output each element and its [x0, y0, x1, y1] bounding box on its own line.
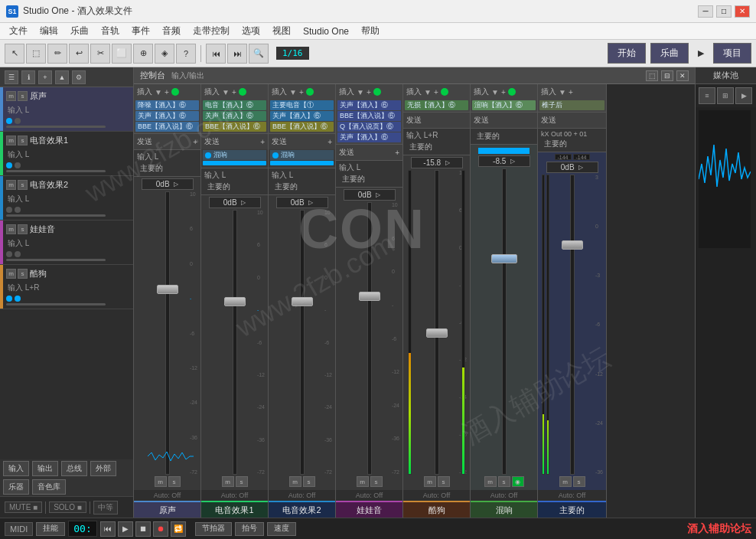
- plugin-slot[interactable]: 无损【酒入】⑥: [405, 100, 468, 110]
- fader-solo[interactable]: s: [498, 476, 510, 487]
- plugin-slot[interactable]: BBE【酒入说】⑥: [203, 122, 266, 132]
- track-fader-mini[interactable]: [6, 214, 106, 217]
- fader-solo[interactable]: s: [438, 476, 450, 487]
- draw-select-tool[interactable]: ⬚: [26, 44, 46, 64]
- track-solo-btn[interactable]: s: [18, 180, 28, 190]
- insert-add[interactable]: +: [232, 88, 236, 96]
- insert-power[interactable]: [171, 88, 179, 96]
- track-mute-btn[interactable]: m: [6, 136, 16, 145]
- insert-expand[interactable]: ▼: [357, 88, 364, 96]
- cp-btn2[interactable]: ⊟: [661, 70, 673, 81]
- plugin-slot[interactable]: 电音【酒入】⑥: [203, 100, 266, 110]
- menu-edit[interactable]: 编辑: [34, 23, 64, 39]
- fader-monitor[interactable]: ◉: [512, 476, 524, 487]
- send-slot[interactable]: 混响: [203, 150, 266, 160]
- nav-inst-btn[interactable]: 乐器: [3, 479, 29, 495]
- fader-handle[interactable]: [157, 285, 178, 294]
- loop-btn[interactable]: 🔁: [171, 521, 186, 537]
- fader-solo[interactable]: s: [236, 476, 248, 487]
- fader-solo[interactable]: s: [303, 476, 315, 487]
- eraser-tool[interactable]: ↩: [69, 44, 89, 64]
- fader-mute[interactable]: m: [424, 476, 436, 487]
- insert-expand[interactable]: ▼: [424, 88, 432, 96]
- plugin-slot[interactable]: BBE【酒入说】⑥: [270, 122, 334, 132]
- stop-btn[interactable]: ⏹: [135, 521, 151, 537]
- tempo-btn[interactable]: 速度: [267, 522, 296, 536]
- insert-expand[interactable]: ▼: [491, 88, 499, 96]
- send-add[interactable]: +: [193, 138, 197, 146]
- track-fader-mini[interactable]: [6, 126, 106, 128]
- track-row[interactable]: m s 酷狗 输入 L+R: [0, 265, 133, 309]
- record-btn[interactable]: ⏺: [153, 521, 168, 537]
- send-add[interactable]: +: [260, 138, 265, 146]
- nav-output-btn[interactable]: 输出: [32, 461, 58, 476]
- fader-handle[interactable]: [426, 328, 448, 338]
- pencil-tool[interactable]: ✏: [47, 44, 67, 64]
- insert-add[interactable]: +: [165, 88, 169, 96]
- track-mute-btn[interactable]: m: [6, 269, 16, 279]
- track-solo-btn[interactable]: s: [18, 269, 28, 279]
- menu-song[interactable]: 乐曲: [64, 23, 95, 39]
- menu-studioone[interactable]: Studio One: [297, 24, 355, 38]
- track-fader-mini[interactable]: [6, 303, 106, 305]
- plugin-slot[interactable]: 关声【酒入】⑥: [203, 111, 266, 121]
- fader-handle[interactable]: [491, 254, 517, 263]
- insert-power[interactable]: [508, 88, 516, 96]
- mp-btn1[interactable]: ≡: [699, 87, 715, 104]
- prev-btn[interactable]: ⏮: [100, 521, 116, 537]
- plugin-slot[interactable]: 椎子后: [539, 100, 604, 110]
- plugin-slot[interactable]: 渲响【酒入】⑥: [472, 100, 536, 110]
- help-tool[interactable]: ?: [176, 44, 196, 64]
- fader-mute[interactable]: m: [357, 476, 369, 487]
- menu-help[interactable]: 帮助: [355, 23, 386, 39]
- project-button[interactable]: 项目: [713, 43, 751, 64]
- rewind-btn[interactable]: ⏮: [206, 44, 226, 64]
- select-tool[interactable]: ↖: [5, 44, 24, 64]
- track-row[interactable]: m s 娃娃音 输入 L: [0, 220, 133, 265]
- fader-solo[interactable]: s: [573, 476, 585, 487]
- loop-btn[interactable]: 🔍: [249, 44, 269, 64]
- maximize-button[interactable]: □: [716, 5, 732, 18]
- close-button[interactable]: ✕: [735, 5, 750, 18]
- nav-ext-btn[interactable]: 外部: [90, 461, 116, 476]
- fader-handle[interactable]: [359, 292, 380, 301]
- track-solo-btn[interactable]: s: [18, 91, 28, 101]
- ls-menu-icon[interactable]: ☰: [5, 70, 18, 84]
- timesig-btn[interactable]: 拍号: [235, 522, 264, 536]
- send-fader[interactable]: [203, 161, 266, 165]
- menu-track[interactable]: 音轨: [95, 23, 125, 39]
- track-row[interactable]: m s 电音效果2 输入 L: [0, 176, 133, 220]
- listen-tool[interactable]: ◈: [155, 44, 174, 64]
- ls-up-icon[interactable]: ▲: [55, 70, 69, 84]
- insert-expand[interactable]: ▼: [559, 88, 566, 96]
- ls-add-icon[interactable]: +: [38, 70, 52, 84]
- fader-mute[interactable]: m: [222, 476, 234, 487]
- ls-info-icon[interactable]: ℹ: [21, 70, 35, 84]
- track-fader-mini[interactable]: [6, 170, 106, 172]
- insert-expand[interactable]: ▼: [222, 88, 230, 96]
- minimize-button[interactable]: ─: [698, 5, 713, 18]
- track-mute-btn[interactable]: m: [6, 180, 16, 190]
- insert-power[interactable]: [441, 88, 448, 96]
- fader-handle[interactable]: [292, 297, 313, 306]
- insert-add[interactable]: +: [299, 88, 304, 96]
- zoom-tool[interactable]: ⊕: [133, 44, 153, 64]
- send-fader[interactable]: [270, 161, 334, 165]
- track-mute-btn[interactable]: m: [6, 91, 16, 101]
- fader-mute[interactable]: m: [484, 476, 497, 487]
- menu-event[interactable]: 事件: [125, 23, 156, 39]
- track-row[interactable]: m s 电音效果1 输入 L: [0, 132, 133, 176]
- fader-mute[interactable]: m: [289, 476, 301, 487]
- track-row[interactable]: m s 原声 输入 L: [0, 87, 133, 132]
- play-btn[interactable]: ▶: [118, 521, 133, 537]
- track-fader-mini[interactable]: [6, 259, 106, 261]
- track-solo-btn[interactable]: s: [18, 224, 28, 234]
- menu-file[interactable]: 文件: [3, 23, 34, 39]
- fader-solo[interactable]: s: [370, 476, 383, 487]
- piano-btn[interactable]: 挂能: [36, 522, 65, 536]
- plugin-slot[interactable]: 关声【酒入】⑥: [135, 111, 199, 121]
- send-add[interactable]: +: [327, 138, 332, 146]
- plugin-slot[interactable]: 关声【酒入】⑥: [270, 111, 334, 121]
- song-button[interactable]: 乐曲: [650, 43, 689, 64]
- start-button[interactable]: 开始: [608, 43, 646, 64]
